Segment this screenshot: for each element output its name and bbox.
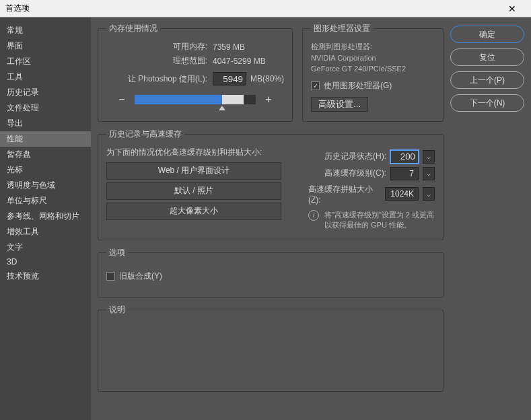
prev-button[interactable]: 上一个(P) <box>450 71 524 89</box>
sidebar-item-3[interactable]: 工具 <box>0 69 91 85</box>
gpu-model: GeForce GT 240/PCIe/SSE2 <box>311 63 435 75</box>
sidebar-item-16[interactable]: 技术预览 <box>0 269 91 284</box>
legacy-compositing-checkbox[interactable] <box>106 272 115 281</box>
avail-value: 7359 MB <box>213 42 284 52</box>
info-icon: i <box>308 210 319 221</box>
gpu-advanced-button[interactable]: 高级设置... <box>311 97 368 112</box>
cache-levels-value[interactable]: 7 <box>390 167 419 180</box>
sidebar-item-6[interactable]: 导出 <box>0 116 91 131</box>
memory-slider[interactable] <box>135 95 256 104</box>
description-legend: 说明 <box>106 304 128 316</box>
use-label: 让 Photoshop 使用(L): <box>106 73 207 85</box>
use-gpu-label: 使用图形处理器(G) <box>324 80 392 92</box>
memory-group: 内存使用情况 可用内存: 7359 MB 理想范围: 4047-5299 MB … <box>98 23 293 122</box>
tile-size-value[interactable]: 1024K <box>385 187 419 201</box>
content-area: 内存使用情况 可用内存: 7359 MB 理想范围: 4047-5299 MB … <box>91 18 450 420</box>
ideal-label: 理想范围: <box>106 55 207 67</box>
next-button[interactable]: 下一个(N) <box>450 94 524 112</box>
titlebar: 首选项 ✕ <box>0 0 531 18</box>
close-icon[interactable]: ✕ <box>499 3 526 14</box>
gpu-vendor: NVIDIA Corporation <box>311 53 435 64</box>
window-title: 首选项 <box>5 3 499 14</box>
tile-size-dropdown[interactable] <box>423 187 435 201</box>
reset-button[interactable]: 复位 <box>450 48 524 66</box>
memory-legend: 内存使用情况 <box>106 23 160 34</box>
sidebar-item-8[interactable]: 暂存盘 <box>0 147 91 162</box>
tile-label: 高速缓存拼贴大小(Z): <box>308 184 381 205</box>
sidebar-item-0[interactable]: 常规 <box>0 23 91 38</box>
ideal-value: 4047-5299 MB <box>213 57 284 66</box>
history-group: 历史记录与高速缓存 为下面的情况优化高速缓存级别和拼贴大小: Web / 用户界… <box>98 129 444 241</box>
cache-tip: 将"高速缓存级别"设置为 2 或更高以获得最佳的 GPU 性能。 <box>324 210 435 231</box>
right-buttons: 确定 复位 上一个(P) 下一个(N) <box>450 18 531 420</box>
sidebar-item-10[interactable]: 透明度与色域 <box>0 178 91 193</box>
sidebar-item-9[interactable]: 光标 <box>0 162 91 178</box>
sidebar-item-5[interactable]: 文件处理 <box>0 100 91 116</box>
options-group: 选项 旧版合成(Y) <box>98 247 444 298</box>
sidebar-item-2[interactable]: 工作区 <box>0 54 91 69</box>
use-unit: MB(80%) <box>250 74 284 83</box>
sidebar: 常规界面工作区工具历史记录文件处理导出性能暂存盘光标透明度与色域单位与标尺参考线… <box>0 18 91 420</box>
sidebar-item-11[interactable]: 单位与标尺 <box>0 193 91 209</box>
preset-button-2[interactable]: 超大像素大小 <box>106 203 281 220</box>
sidebar-item-7[interactable]: 性能 <box>0 131 91 147</box>
slider-plus-button[interactable]: + <box>262 94 275 106</box>
avail-label: 可用内存: <box>106 41 207 53</box>
ok-button[interactable]: 确定 <box>450 26 524 43</box>
slider-minus-button[interactable]: − <box>116 94 128 106</box>
sidebar-item-15[interactable]: 3D <box>0 255 91 269</box>
use-gpu-checkbox[interactable]: ✓ <box>311 81 320 90</box>
slider-thumb-icon[interactable] <box>219 106 225 110</box>
sidebar-item-13[interactable]: 增效工具 <box>0 224 91 240</box>
cache-levels-dropdown[interactable] <box>423 167 435 180</box>
gpu-group: 图形处理器设置 检测到图形处理器: NVIDIA Corporation GeF… <box>302 23 444 122</box>
gpu-detected-label: 检测到图形处理器: <box>311 41 435 53</box>
history-states-dropdown[interactable] <box>423 150 435 164</box>
states-label: 历史记录状态(H): <box>324 151 386 162</box>
legacy-compositing-label: 旧版合成(Y) <box>119 271 162 282</box>
sidebar-item-4[interactable]: 历史记录 <box>0 85 91 100</box>
options-legend: 选项 <box>106 247 128 258</box>
levels-label: 高速缓存级别(C): <box>324 168 386 179</box>
gpu-legend: 图形处理器设置 <box>311 23 373 34</box>
optimize-label: 为下面的情况优化高速缓存级别和拼贴大小: <box>106 147 295 158</box>
sidebar-item-14[interactable]: 文字 <box>0 240 91 255</box>
preset-button-0[interactable]: Web / 用户界面设计 <box>106 162 281 180</box>
preset-button-1[interactable]: 默认 / 照片 <box>106 182 281 200</box>
description-group: 说明 <box>98 304 444 392</box>
history-states-input[interactable] <box>390 150 419 164</box>
history-legend: 历史记录与高速缓存 <box>106 129 184 140</box>
sidebar-item-12[interactable]: 参考线、网格和切片 <box>0 209 91 224</box>
sidebar-item-1[interactable]: 界面 <box>0 38 91 54</box>
memory-input[interactable] <box>213 72 246 85</box>
